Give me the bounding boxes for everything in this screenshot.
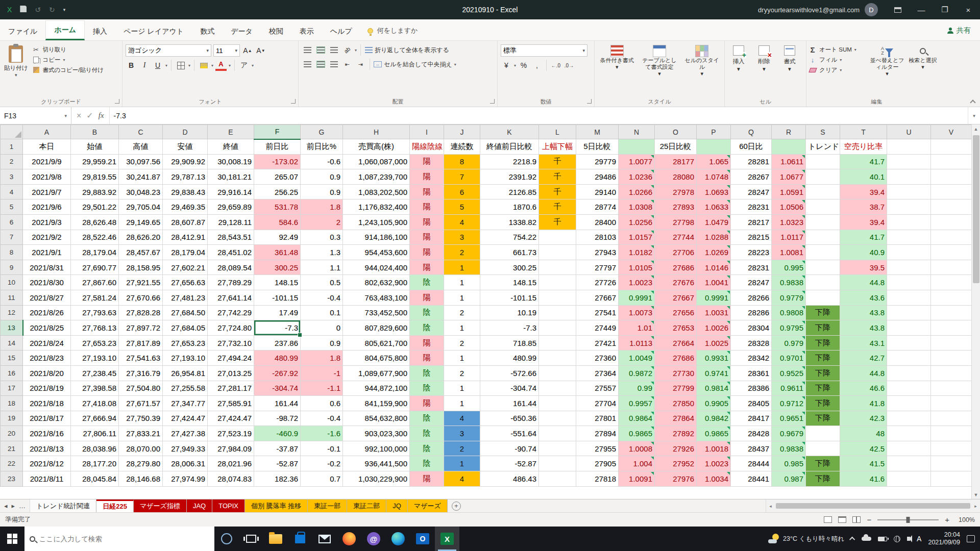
cell-S6[interactable] (806, 214, 840, 230)
cell-E8[interactable]: 28,451.02 (208, 245, 254, 260)
cell-C17[interactable]: 27,504.80 (119, 381, 163, 396)
find-select-button[interactable]: 検索と選択▾ (906, 42, 939, 70)
cell-U19[interactable] (887, 411, 931, 426)
cell-V22[interactable] (931, 456, 972, 471)
font-name-select[interactable]: 游ゴシック▾ (126, 44, 211, 57)
horizontal-scroll-thumb[interactable] (776, 503, 970, 509)
cell-B4[interactable]: 29,883.92 (71, 184, 119, 199)
redo-button[interactable]: ↻ (49, 6, 55, 14)
cell-U3[interactable] (887, 169, 931, 185)
cell-P12[interactable]: 1.0031 (697, 305, 731, 320)
cell-F21[interactable]: -37.87 (254, 441, 301, 456)
cell-T3[interactable]: 40.1 (840, 169, 887, 185)
cell-I16[interactable]: 陰 (410, 365, 444, 381)
cell-K12[interactable]: 10.19 (480, 305, 539, 320)
cell-H22[interactable]: 936,441,500 (343, 456, 410, 471)
cell-T5[interactable]: 38.7 (840, 199, 887, 215)
cell-D15[interactable]: 27,193.10 (163, 350, 208, 366)
cell-U7[interactable] (887, 230, 931, 245)
column-header-J[interactable]: J (444, 125, 480, 139)
column-header-S[interactable]: S (806, 125, 840, 139)
cell-U5[interactable] (887, 199, 931, 215)
cell-H14[interactable]: 805,621,700 (343, 335, 410, 350)
cell-Q22[interactable]: 28444 (731, 456, 772, 471)
sheet-nav-right-icon[interactable]: ▸ (12, 502, 15, 510)
cell-U22[interactable] (887, 456, 931, 471)
cell-S4[interactable] (806, 184, 840, 199)
cell-A10[interactable]: 2021/8/30 (23, 275, 71, 290)
cell-T10[interactable]: 44.8 (840, 275, 887, 290)
cell-I1[interactable]: 陽線陰線 (410, 139, 444, 155)
cell-P1[interactable] (697, 139, 731, 155)
cell-J5[interactable]: 5 (444, 199, 480, 215)
ribbon-tab-数式[interactable]: 数式 (192, 22, 223, 40)
cell-U23[interactable] (887, 471, 931, 487)
minimize-button[interactable]: — (910, 0, 933, 19)
cell-C5[interactable]: 29,705.04 (119, 199, 163, 215)
column-header-P[interactable]: P (697, 125, 731, 139)
cell-L11[interactable] (539, 290, 576, 305)
row-header-14[interactable]: 14 (1, 335, 23, 350)
cell-N20[interactable]: 0.9865 (619, 426, 655, 441)
cell-K8[interactable]: 661.73 (480, 245, 539, 260)
cell-T22[interactable]: 41.5 (840, 456, 887, 471)
column-header-E[interactable]: E (208, 125, 254, 139)
cell-M15[interactable]: 27360 (576, 350, 619, 366)
conditional-formatting-button[interactable]: 条件付き書式▾ (596, 42, 638, 70)
ribbon-display-options-button[interactable] (886, 0, 910, 19)
percent-format-button[interactable]: % (518, 60, 529, 71)
cell-M19[interactable]: 27801 (576, 411, 619, 426)
horizontal-scrollbar[interactable]: ◂ ▸ (766, 499, 980, 512)
column-header-M[interactable]: M (576, 125, 619, 139)
cell-V10[interactable] (931, 275, 972, 290)
sheet-nav-more-icon[interactable]: … (19, 502, 26, 510)
cell-V21[interactable] (931, 441, 972, 456)
cell-G3[interactable]: 0.9 (301, 169, 343, 185)
cell-J13[interactable]: 1 (444, 320, 480, 336)
cell-J17[interactable]: 1 (444, 381, 480, 396)
cell-Q21[interactable]: 28437 (731, 441, 772, 456)
cell-T23[interactable]: 41.6 (840, 471, 887, 487)
cell-C4[interactable]: 30,048.23 (119, 184, 163, 199)
cell-F1[interactable]: 前日比 (254, 139, 301, 155)
sheet-tab-個別 騰落率 推移[interactable]: 個別 騰落率 推移 (245, 499, 308, 512)
cell-B22[interactable]: 28,177.20 (71, 456, 119, 471)
cell-R22[interactable]: 0.985 (772, 456, 806, 471)
cell-N23[interactable]: 1.0091 (619, 471, 655, 487)
cell-K20[interactable]: -551.64 (480, 426, 539, 441)
align-center-button[interactable] (315, 59, 326, 70)
cell-F4[interactable]: 256.25 (254, 184, 301, 199)
cell-I17[interactable]: 陰 (410, 381, 444, 396)
row-header-10[interactable]: 10 (1, 275, 23, 290)
cell-J10[interactable]: 1 (444, 275, 480, 290)
cell-H7[interactable]: 914,186,100 (343, 230, 410, 245)
cell-O10[interactable]: 27676 (655, 275, 697, 290)
cell-A4[interactable]: 2021/9/7 (23, 184, 71, 199)
row-header-15[interactable]: 15 (1, 350, 23, 366)
outlook-button[interactable]: O (410, 527, 435, 551)
cell-R4[interactable]: 1.0591 (772, 184, 806, 199)
cell-C20[interactable]: 27,833.21 (119, 426, 163, 441)
cell-H16[interactable]: 1,089,677,900 (343, 365, 410, 381)
cell-B8[interactable]: 28,179.04 (71, 245, 119, 260)
row-header-1[interactable]: 1 (1, 139, 23, 155)
cell-G10[interactable]: 0.5 (301, 275, 343, 290)
cell-D18[interactable]: 27,347.77 (163, 396, 208, 411)
cell-L14[interactable] (539, 335, 576, 350)
cell-O20[interactable]: 27892 (655, 426, 697, 441)
cell-V16[interactable] (931, 365, 972, 381)
cell-L10[interactable] (539, 275, 576, 290)
cell-R8[interactable]: 1.0081 (772, 245, 806, 260)
cell-A21[interactable]: 2021/8/13 (23, 441, 71, 456)
cell-G4[interactable]: 0.9 (301, 184, 343, 199)
cell-E1[interactable]: 終値 (208, 139, 254, 155)
cell-P3[interactable]: 1.0748 (697, 169, 731, 185)
cell-H12[interactable]: 733,452,500 (343, 305, 410, 320)
formula-bar-expand-button[interactable]: ▾ (968, 107, 980, 124)
cell-R15[interactable]: 0.9701 (772, 350, 806, 366)
autosum-button[interactable]: Σオート SUM▾ (808, 45, 867, 54)
cell-V4[interactable] (931, 184, 972, 199)
cell-Q2[interactable]: 28281 (731, 154, 772, 169)
cell-P22[interactable]: 1.0023 (697, 456, 731, 471)
cell-U11[interactable] (887, 290, 931, 305)
